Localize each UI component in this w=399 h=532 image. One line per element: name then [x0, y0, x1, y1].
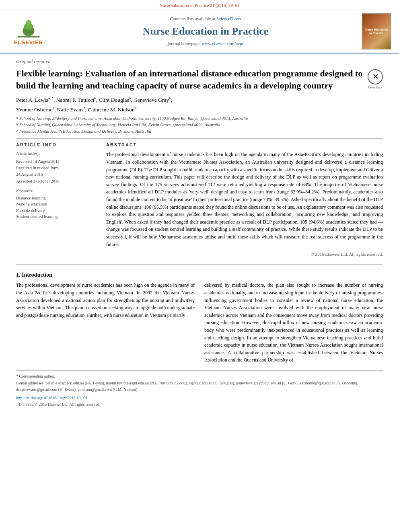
- abstract-text: The professional development of nurse ac…: [106, 151, 383, 248]
- introduction-section: 1. Introduction The professional develop…: [16, 271, 383, 364]
- keyword-3: Flexible delivery: [16, 207, 97, 214]
- intro-col1: The professional development of nurse ac…: [16, 281, 195, 364]
- keywords-block: Keywords: Distance learning Nursing educ…: [16, 188, 97, 220]
- affil-b: b School of Nursing, Queensland Universi…: [16, 122, 383, 128]
- elsevier-logo: ELSEVIER: [6, 16, 51, 47]
- journal-thumbnail: Nurse Education in Practice: [360, 13, 393, 49]
- divider: [16, 138, 383, 139]
- corresponding-note: * Corresponding author.: [16, 373, 383, 379]
- keyword-2: Nursing education: [16, 201, 97, 207]
- article-info-column: Article Info Article history: Received 1…: [16, 142, 97, 258]
- science-direct-link[interactable]: ScienceDirect: [216, 16, 241, 21]
- elsevier-tree-icon: [16, 16, 41, 38]
- journal-homepage: journal homepage: www.elsevier.com/nepr: [51, 41, 360, 47]
- article-info-heading: Article Info: [16, 142, 97, 148]
- crossmark-badge: ✕ CrossMark: [368, 69, 383, 90]
- abstract-copyright: © 2016 Elsevier Ltd. All rights reserved…: [106, 251, 383, 258]
- accepted-date: Accepted 3 October 2016: [16, 178, 97, 184]
- intro-two-col: The professional development of nurse ac…: [16, 281, 383, 364]
- author-clint-douglas: Clint Douglas: [99, 97, 129, 103]
- revised-date: 24 August 2016: [16, 171, 97, 177]
- author-catherine-nielson: Catherine M. Nielson: [88, 107, 135, 113]
- doi-link[interactable]: http://dx.doi.org/10.1016/j.nepr.2016.10…: [16, 395, 383, 401]
- article-info-abstract-section: Article Info Article history: Received 1…: [16, 142, 383, 258]
- journal-citation-bar: Nurse Education in Practice 21 (2016) 59…: [0, 0, 399, 10]
- journal-title: Nurse Education in Practice: [51, 24, 360, 39]
- page-wrapper: Nurse Education in Practice 21 (2016) 59…: [0, 0, 399, 416]
- keywords-label: Keywords:: [16, 188, 97, 194]
- affil-a: a School of Nursing, Midwifery and Param…: [16, 115, 383, 122]
- svg-point-3: [26, 20, 32, 25]
- intro-title: 1. Introduction: [16, 271, 383, 279]
- article-title: Flexible learning: Evaluation of an inte…: [16, 68, 363, 91]
- author-naomi-tutticci: Naomi F. Tutticci: [56, 97, 95, 103]
- abstract-column: Abstract The professional development of…: [106, 142, 383, 258]
- authors-line-1: Peter A. Lewisa, *, Naomi F. Tutticcib, …: [16, 96, 383, 104]
- journal-homepage-link[interactable]: www.elsevier.com/nepr: [202, 41, 244, 46]
- issn-line: 1471-5953/© 2016 Elsevier Ltd. All right…: [16, 402, 383, 408]
- journal-center: Contents lists available at ScienceDirec…: [51, 16, 360, 47]
- article-type: Original research: [16, 58, 383, 65]
- crossmark-icon: ✕: [368, 69, 383, 84]
- article-body: Original research Flexible learning: Eva…: [0, 53, 399, 416]
- crossmark-label: CrossMark: [368, 85, 383, 90]
- history-label: Article history:: [16, 151, 97, 157]
- authors-line-2: Yvonne Osborneb, Katie Evansc, Catherine…: [16, 105, 383, 114]
- abstract-heading: Abstract: [106, 142, 383, 148]
- keyword-1: Distance learning: [16, 195, 97, 201]
- author-genevieve-gray: Genevieve Gray: [134, 97, 169, 103]
- body-divider: [16, 264, 383, 265]
- journal-cover-text: Nurse Education in Practice: [364, 28, 389, 35]
- title-section: Flexible learning: Evaluation of an inte…: [16, 68, 383, 91]
- elsevier-brand-text: ELSEVIER: [14, 39, 43, 47]
- revised-label: Received in revised form: [16, 165, 97, 171]
- journal-cover-thumb: Nurse Education in Practice: [362, 13, 391, 49]
- author-yvonne-osborne: Yvonne Osborne: [16, 107, 53, 113]
- journal-header: ELSEVIER Contents lists available at Sci…: [0, 10, 399, 53]
- keyword-4: Student-centred learning: [16, 214, 97, 220]
- received-date: Received 14 August 2015: [16, 158, 97, 164]
- article-history-block: Article history: Received 14 August 2015…: [16, 151, 97, 184]
- affil-c: c Freelance Mental Health Education Desi…: [16, 128, 383, 135]
- author-katie-evans: Katie Evans: [57, 107, 84, 113]
- intro-col2: delivered by medical doctors, the plan a…: [204, 281, 383, 364]
- footnote-section: * Corresponding author. E-mail addresses…: [16, 370, 383, 408]
- email-note: E-mail addresses: peter.lewis@acu.edu.au…: [16, 380, 383, 393]
- affiliations: a School of Nursing, Midwifery and Param…: [16, 115, 383, 134]
- author-peter-lewis: Peter A. Lewis: [16, 97, 48, 103]
- journal-citation: Nurse Education in Practice 21 (2016) 59…: [159, 3, 239, 8]
- science-direct-text: Contents lists available at ScienceDirec…: [51, 16, 360, 22]
- svg-rect-4: [18, 36, 40, 38]
